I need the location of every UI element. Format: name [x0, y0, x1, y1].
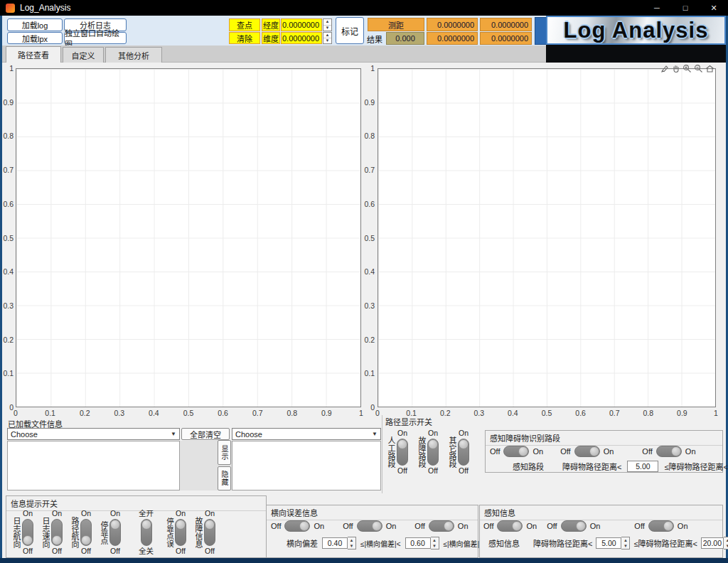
rocker-path-heading[interactable]: 路径航向 On Off — [70, 509, 92, 556]
x-tick-label: 0.2 — [440, 409, 451, 417]
perception-info-switch-2[interactable]: OffOn — [547, 520, 600, 532]
rocker-handle[interactable] — [458, 439, 469, 466]
rocker-other-segment[interactable]: 其它路段 On Off — [448, 429, 469, 476]
rocker-handle[interactable] — [51, 519, 63, 546]
left-plot-yticks: 10.90.80.70.60.50.40.30.20.10 — [2, 68, 15, 407]
measure-field-r2c2[interactable]: 0.0000000 — [480, 32, 532, 45]
mark-button[interactable]: 标记 — [336, 17, 364, 44]
brush-icon[interactable] — [660, 64, 669, 73]
result-label: 结果 — [367, 33, 382, 45]
spinner-up-icon[interactable]: ▲ — [323, 33, 331, 38]
left-plot-axes[interactable] — [16, 68, 361, 407]
lateral-switch-3[interactable]: OffOn — [414, 520, 468, 532]
y-tick-label: 0.5 — [3, 234, 14, 242]
dist1-field[interactable]: 5.00 — [627, 461, 658, 472]
x-tick-label: 0.6 — [575, 409, 586, 417]
minimize-button[interactable]: ─ — [643, 0, 671, 16]
chevron-down-icon: ▼ — [171, 431, 176, 437]
app-window: Log_Analysis ─ □ ✕ 加载log 分析日志 加载lpx 独立窗口… — [0, 0, 728, 563]
hide-button[interactable]: 隐藏 — [218, 466, 231, 490]
file-dropdown-right[interactable]: Choose▼ — [232, 428, 381, 440]
file-listbox-left[interactable] — [7, 441, 180, 490]
matlab-icon — [6, 4, 15, 13]
latitude-field[interactable]: 0.0000000 — [281, 32, 322, 44]
lateral-dev-label: 横向偏差 — [287, 537, 318, 549]
x-tick-label: 0.5 — [542, 409, 552, 417]
perception-info-switch-3[interactable]: OffOn — [634, 520, 687, 532]
axes-toolbar — [660, 64, 714, 73]
x-tick-label: 0.1 — [45, 409, 55, 417]
rocker-log-heading[interactable]: 日志航向 On Off — [12, 509, 33, 556]
rocker-handle[interactable] — [397, 439, 408, 466]
rocker-handle[interactable] — [141, 519, 152, 546]
rocker-stop-point-error[interactable]: 停靠点误 On Off — [166, 509, 186, 556]
rocker-handle[interactable] — [175, 519, 186, 546]
tab-custom[interactable]: 自定义 — [63, 47, 104, 63]
lateral-error-panel: 横向误差信息 OffOn OffOn OffOn 横向偏差 0.40 ▲▼ ≤|… — [266, 505, 478, 558]
rocker-stop-point[interactable]: 停靠点 On Off — [100, 509, 121, 556]
perception-info-label: 感知信息 — [488, 537, 520, 549]
longitude-stepper[interactable]: ▲▼ — [323, 18, 332, 31]
spinner-down-icon[interactable]: ▼ — [323, 26, 331, 31]
spinner-down-icon[interactable]: ▼ — [323, 38, 331, 43]
file-dropdown-left[interactable]: Choose▼ — [7, 428, 180, 440]
zoom-out-icon[interactable] — [694, 64, 703, 73]
result-field[interactable]: 0.000 — [386, 32, 424, 45]
pi-d2-stepper[interactable]: 20.00 ▲▼ — [701, 537, 728, 549]
title-bar: Log_Analysis ─ □ ✕ — [0, 0, 728, 16]
obstacle-dist1-switch[interactable]: OffOn — [560, 446, 614, 457]
lateral-dev-stepper[interactable]: 0.40 ▲▼ — [322, 537, 356, 549]
y-tick-label: 0.2 — [3, 336, 14, 344]
zoom-in-icon[interactable] — [682, 64, 692, 73]
lateral-switch-1[interactable]: OffOn — [271, 520, 324, 532]
check-point-button[interactable]: 查点 — [229, 18, 260, 31]
x-tick-label: 0 — [14, 409, 18, 417]
rocker-handle[interactable] — [204, 519, 215, 546]
show-button[interactable]: 显示 — [218, 440, 231, 465]
measure-button[interactable]: 测距 — [368, 18, 424, 31]
maximize-button[interactable]: □ — [671, 0, 700, 16]
pan-hand-icon[interactable] — [671, 64, 680, 73]
dist2-label: ≤障碍物路径距离< — [664, 461, 727, 472]
spinner-up-icon[interactable]: ▲ — [323, 19, 331, 26]
rocker-handle[interactable] — [22, 519, 33, 546]
rocker-handle[interactable] — [80, 519, 92, 546]
pi-d1-stepper[interactable]: 5.00 ▲▼ — [596, 537, 630, 549]
measure-field-r1c2[interactable]: 0.0000000 — [480, 18, 532, 31]
perception-segment-switch[interactable]: OffOn — [490, 446, 543, 457]
lateral-range-stepper[interactable]: 0.60 ▲▼ — [405, 537, 439, 549]
rocker-log-speed-dir[interactable]: 日志速向 On Off — [41, 509, 63, 556]
left-plot-xticks: 00.10.20.30.40.50.60.70.80.91 — [16, 409, 361, 417]
auto-plot-window-button[interactable]: 独立窗口自动绘图 — [64, 32, 127, 44]
lateral-switch-2[interactable]: OffOn — [343, 520, 396, 532]
obstacle-dist2-switch[interactable]: OffOn — [642, 446, 695, 457]
tab-other-analysis[interactable]: 其他分析 — [105, 47, 162, 63]
rocker-all-on-off[interactable]: 全开 全关 — [139, 509, 154, 556]
measure-field-r2c1[interactable]: 0.0000000 — [427, 32, 478, 45]
clear-point-button[interactable]: 清除 — [229, 32, 260, 44]
longitude-field[interactable]: 0.0000000 — [281, 18, 322, 31]
rocker-fault-segment[interactable]: 故障路段 On Off — [417, 429, 439, 476]
x-tick-label: 1 — [359, 409, 363, 417]
load-lpx-button[interactable]: 加载lpx — [7, 32, 63, 44]
file-listbox-right[interactable] — [232, 441, 381, 490]
latitude-stepper[interactable]: ▲▼ — [323, 32, 332, 44]
home-icon[interactable] — [705, 64, 714, 73]
x-tick-label: 0.9 — [321, 409, 332, 417]
perception-info-switch-1[interactable]: OffOn — [483, 520, 537, 532]
load-log-button[interactable]: 加载log — [7, 18, 63, 31]
tab-path-view[interactable]: 路径查看 — [6, 46, 61, 63]
rocker-manual-segment[interactable]: 人工路段 On Off — [387, 429, 408, 476]
y-tick-label: 0.3 — [3, 301, 14, 310]
close-button[interactable]: ✕ — [700, 0, 728, 16]
right-plot-axes[interactable] — [378, 68, 716, 407]
divider — [382, 415, 382, 493]
rocker-handle[interactable] — [427, 439, 439, 466]
measure-field-r1c1[interactable]: 0.0000000 — [427, 18, 478, 31]
rocker-fault-info[interactable]: 故障信息 On Off — [194, 509, 215, 556]
rocker-handle[interactable] — [109, 519, 121, 546]
y-tick-label: 0.7 — [364, 166, 375, 174]
pi-d2-label: ≤障碍物路径距离< — [633, 537, 697, 549]
clear-all-button[interactable]: 全部清空 — [181, 428, 230, 440]
spinner-down-icon: ▼ — [621, 543, 629, 549]
